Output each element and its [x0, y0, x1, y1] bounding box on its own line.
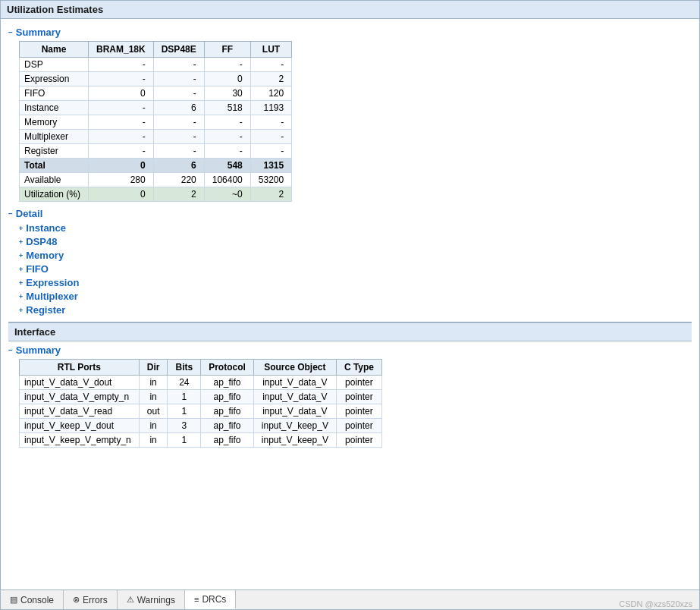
detail-item-label: Instance	[26, 222, 66, 234]
watermark: CSDN @xzs520xzs	[619, 599, 692, 608]
detail-section: +Instance+DSP48+Memory+FIFO+Expression+M…	[19, 222, 692, 316]
summary-header[interactable]: − Summary	[8, 27, 692, 38]
detail-item[interactable]: +Register	[19, 304, 692, 316]
tab-label: Console	[20, 595, 54, 605]
table-row: Instance-65181193	[20, 101, 292, 115]
col-ff: FF	[204, 42, 250, 58]
icol-dir: Dir	[139, 360, 168, 376]
detail-item-label: DSP48	[26, 236, 57, 247]
table-row: FIFO0-30120	[20, 86, 292, 101]
detail-item[interactable]: +Memory	[19, 250, 692, 261]
detail-item[interactable]: +DSP48	[19, 236, 692, 247]
detail-item-collapse-icon: +	[19, 266, 23, 273]
tab-icon: ⚠	[127, 595, 134, 605]
detail-item[interactable]: +Expression	[19, 277, 692, 288]
bottom-tabs: ▤Console⊗Errors⚠Warnings≡DRCs CSDN @xzs5…	[1, 590, 699, 609]
col-lut: LUT	[250, 42, 291, 58]
interface-table-row: input_V_data_V_doutin24ap_fifoinput_V_da…	[20, 376, 382, 390]
tabs-container: ▤Console⊗Errors⚠Warnings≡DRCs	[1, 590, 236, 609]
tab-icon: ≡	[194, 595, 199, 604]
tab-item[interactable]: ▤Console	[1, 590, 64, 609]
icol-ports: RTL Ports	[20, 360, 140, 376]
tab-icon: ▤	[10, 595, 17, 605]
interface-summary-collapse-icon: −	[8, 346, 13, 354]
table-row: Expression--02	[20, 72, 292, 86]
detail-item-collapse-icon: +	[19, 238, 23, 246]
detail-label: Detail	[16, 208, 42, 219]
tab-icon: ⊗	[73, 595, 80, 605]
col-dsp: DSP48E	[153, 42, 204, 58]
interface-table-row: input_V_keep_V_doutin3ap_fifoinput_V_kee…	[20, 419, 382, 433]
content-area[interactable]: − Summary Name BRAM_18K DSP48E FF LUT DS…	[1, 19, 699, 590]
detail-item-label: Memory	[26, 250, 64, 261]
tab-item[interactable]: ⚠Warnings	[118, 590, 185, 609]
interface-table-row: input_V_data_V_empty_nin1ap_fifoinput_V_…	[20, 390, 382, 404]
interface-table: RTL Ports Dir Bits Protocol Source Objec…	[19, 359, 382, 448]
icol-ctype: C Type	[336, 360, 381, 376]
interface-table-row: input_V_data_V_readout1ap_fifoinput_V_da…	[20, 404, 382, 419]
table-row: Multiplexer----	[20, 130, 292, 144]
detail-item-collapse-icon: +	[19, 252, 23, 259]
interface-summary-header[interactable]: − Summary	[8, 344, 692, 356]
detail-item[interactable]: +Instance	[19, 222, 692, 234]
table-row: DSP----	[20, 58, 292, 72]
detail-item-label: Expression	[26, 277, 79, 288]
table-row-total: Total065481315	[20, 159, 292, 173]
tab-item[interactable]: ⊗Errors	[64, 590, 118, 609]
main-container: Utilization Estimates − Summary Name BRA…	[0, 0, 700, 610]
detail-item-label: FIFO	[26, 263, 49, 275]
tab-label: Warnings	[137, 595, 175, 605]
tab-item[interactable]: ≡DRCs	[185, 590, 236, 609]
utilization-title: Utilization Estimates	[1, 1, 699, 19]
detail-collapse-icon: −	[8, 209, 13, 218]
table-row-utilization: Utilization (%)02~02	[20, 187, 292, 202]
interface-header: Interface	[8, 322, 692, 341]
icol-source: Source Object	[253, 360, 336, 376]
table-row: Register----	[20, 144, 292, 159]
detail-item-label: Multiplexer	[26, 291, 78, 302]
detail-item-collapse-icon: +	[19, 225, 23, 232]
interface-summary-label: Summary	[16, 344, 61, 356]
detail-item[interactable]: +Multiplexer	[19, 291, 692, 302]
detail-item-label: Register	[26, 304, 65, 316]
interface-table-row: input_V_keep_V_empty_nin1ap_fifoinput_V_…	[20, 433, 382, 448]
summary-collapse-icon: −	[8, 28, 13, 36]
detail-item-collapse-icon: +	[19, 279, 23, 287]
icol-protocol: Protocol	[201, 360, 254, 376]
tab-label: DRCs	[202, 594, 226, 605]
col-bram: BRAM_18K	[89, 42, 154, 58]
table-row: Memory----	[20, 115, 292, 130]
col-name: Name	[20, 42, 89, 58]
icol-bits: Bits	[168, 360, 201, 376]
detail-header[interactable]: − Detail	[8, 208, 692, 219]
tab-label: Errors	[83, 595, 108, 605]
detail-item-collapse-icon: +	[19, 293, 23, 300]
summary-label: Summary	[16, 27, 61, 38]
summary-table: Name BRAM_18K DSP48E FF LUT DSP----Expre…	[19, 41, 292, 202]
detail-item-collapse-icon: +	[19, 307, 23, 314]
table-row-available: Available28022010640053200	[20, 173, 292, 187]
detail-item[interactable]: +FIFO	[19, 263, 692, 275]
